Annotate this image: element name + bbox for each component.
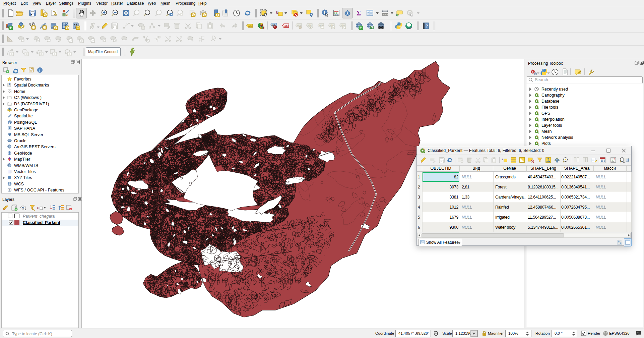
svg-text:a: a [66, 13, 69, 17]
svg-text:Σ: Σ [357, 9, 361, 17]
svg-text:ε: ε [502, 157, 503, 161]
svg-text:ε: ε [37, 205, 39, 210]
svg-text:abc: abc [248, 24, 253, 27]
svg-text:i: i [39, 68, 40, 72]
svg-text:ε: ε [276, 9, 278, 15]
svg-text:?: ? [426, 24, 428, 29]
svg-text:abc: abc [284, 24, 289, 27]
